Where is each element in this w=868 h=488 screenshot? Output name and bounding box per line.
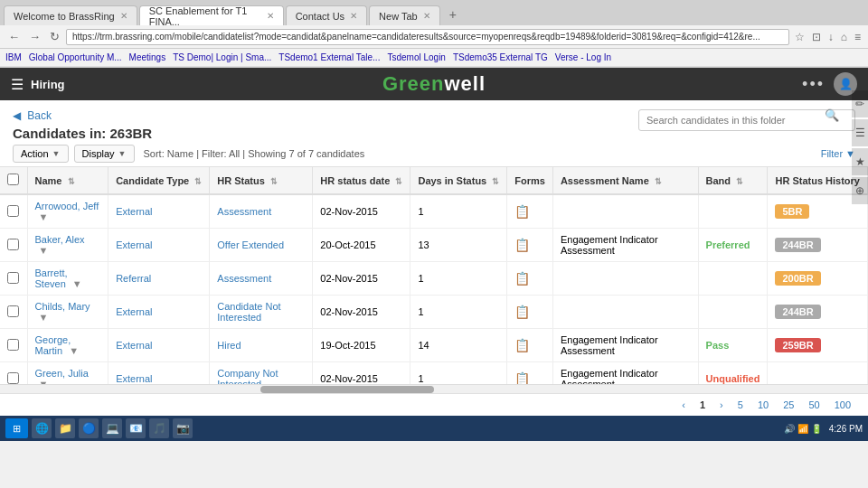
tab-1[interactable]: Welcome to BrassRing ✕ <box>4 5 137 25</box>
nav-more-button[interactable]: ••• <box>802 75 825 94</box>
hr-status-link[interactable]: Hired <box>217 340 241 351</box>
candidate-name-link[interactable]: George, Martin <box>35 334 71 356</box>
row-checkbox-5[interactable] <box>7 372 19 384</box>
display-dropdown[interactable]: Display ▼ <box>74 145 135 163</box>
forms-icon[interactable]: 📋 <box>514 305 530 319</box>
candidate-name-link[interactable]: Arrowood, Jeff <box>35 201 99 211</box>
candidate-name-link[interactable]: Baker, Alex <box>35 234 85 245</box>
bookmark-ibm[interactable]: IBM <box>5 52 22 62</box>
tab-4[interactable]: New Tab ✕ <box>369 5 440 25</box>
row-forms-col[interactable]: 📋 <box>507 194 553 229</box>
hr-status-link[interactable]: Offer Extended <box>217 239 284 250</box>
page-size-100[interactable]: 100 <box>830 398 855 412</box>
row-checkbox-2[interactable] <box>7 272 19 284</box>
col-hr-status[interactable]: HR Status ⇅ <box>210 167 313 194</box>
tab-3-close[interactable]: ✕ <box>350 11 357 21</box>
forms-icon[interactable]: 📋 <box>514 338 530 352</box>
forms-icon[interactable]: 📋 <box>514 371 530 384</box>
row-checkbox-1[interactable] <box>7 239 19 250</box>
candidate-name-link[interactable]: Barrett, Steven <box>35 267 68 289</box>
tab-4-close[interactable]: ✕ <box>423 11 430 21</box>
search-icon[interactable]: 🔍 <box>825 108 839 122</box>
row-checkbox-3[interactable] <box>7 305 19 317</box>
taskbar-app-7[interactable]: 📷 <box>173 418 193 438</box>
hr-status-link[interactable]: Candidate Not Interested <box>217 301 280 323</box>
taskbar-app-1[interactable]: 🌐 <box>32 418 52 438</box>
url-field[interactable]: https://trm.brassring.com/mobile/candida… <box>66 29 789 45</box>
page-size-5[interactable]: 5 <box>733 398 748 412</box>
col-band[interactable]: Band ⇅ <box>698 167 768 194</box>
candidate-dropdown-icon[interactable]: ▼ <box>39 245 49 256</box>
hr-status-link[interactable]: Assessment <box>217 273 271 284</box>
row-checkbox-4[interactable] <box>7 339 19 351</box>
row-forms-col[interactable]: 📋 <box>507 262 553 296</box>
next-page-button[interactable]: › <box>715 398 728 412</box>
scrollbar-thumb[interactable] <box>260 386 434 393</box>
row-history-col: 259BR <box>768 329 868 362</box>
back-nav-button[interactable]: ← <box>5 30 23 43</box>
action-dropdown[interactable]: Action ▼ <box>13 145 69 163</box>
candidate-dropdown-icon[interactable]: ▼ <box>39 312 49 323</box>
taskbar-app-5[interactable]: 📧 <box>126 418 146 438</box>
candidate-name-link[interactable]: Green, Julia <box>35 368 89 379</box>
row-forms-col[interactable]: 📋 <box>507 296 553 329</box>
horizontal-scrollbar[interactable] <box>0 384 868 393</box>
page-size-50[interactable]: 50 <box>804 398 824 412</box>
side-icon-edit[interactable]: ✏ <box>852 90 868 117</box>
start-button[interactable]: ⊞ <box>5 418 28 438</box>
page-size-10[interactable]: 10 <box>753 398 773 412</box>
star-icon[interactable]: ☆ <box>793 31 807 43</box>
side-icon-star[interactable]: ★ <box>852 148 868 175</box>
select-all-checkbox[interactable] <box>7 174 19 185</box>
hr-status-link[interactable]: Assessment <box>217 206 271 217</box>
filter-button[interactable]: Filter ▼ <box>821 148 855 159</box>
taskbar-app-2[interactable]: 📁 <box>55 418 75 438</box>
download-icon[interactable]: ↓ <box>826 31 835 43</box>
col-assessment-name[interactable]: Assessment Name ⇅ <box>552 167 698 194</box>
side-icon-list[interactable]: ☰ <box>852 119 868 146</box>
candidate-name-link[interactable]: Childs, Mary <box>35 301 90 312</box>
hr-status-link[interactable]: Company Not Interested <box>217 368 278 384</box>
bookmark-verse[interactable]: Verse - Log In <box>555 52 611 62</box>
candidate-dropdown-icon[interactable]: ▼ <box>69 345 79 356</box>
search-input[interactable] <box>638 109 855 131</box>
side-icon-person[interactable]: ⊕ <box>852 177 868 204</box>
tab-2-close[interactable]: ✕ <box>267 11 274 21</box>
forms-icon[interactable]: 📋 <box>514 271 530 286</box>
prev-page-button[interactable]: ‹ <box>677 398 690 412</box>
candidate-dropdown-icon[interactable]: ▼ <box>72 278 82 289</box>
col-name[interactable]: Name ⇅ <box>27 167 108 194</box>
bookmark-global[interactable]: Global Opportunity M... <box>29 52 122 62</box>
bookmark-ts35[interactable]: TSdemo35 External TG <box>453 52 548 62</box>
candidate-dropdown-icon[interactable]: ▼ <box>39 211 49 222</box>
hamburger-menu[interactable]: ☰ <box>11 76 24 93</box>
back-link[interactable]: Back <box>27 109 52 122</box>
bookmark-ts-demo[interactable]: TS Demo| Login | Sma... <box>173 52 271 62</box>
bookmark-meetings[interactable]: Meetings <box>129 52 166 62</box>
reload-button[interactable]: ↻ <box>47 30 62 43</box>
col-days-in-status[interactable]: Days in Status ⇅ <box>410 167 507 194</box>
tab-2[interactable]: SC Enablement for T1 FINA... ✕ <box>139 5 284 25</box>
row-checkbox-0[interactable] <box>7 205 19 217</box>
row-forms-col[interactable]: 📋 <box>507 229 553 262</box>
taskbar-app-3[interactable]: 🔵 <box>79 418 99 438</box>
tab-1-close[interactable]: ✕ <box>120 11 127 21</box>
row-forms-col[interactable]: 📋 <box>507 329 553 362</box>
forward-nav-button[interactable]: → <box>26 30 43 43</box>
tab-3[interactable]: Contact Us ✕ <box>286 5 367 25</box>
new-tab-button[interactable]: + <box>442 4 464 25</box>
taskbar-app-6[interactable]: 🎵 <box>149 418 169 438</box>
col-candidate-type[interactable]: Candidate Type ⇅ <box>108 167 210 194</box>
col-hr-status-date[interactable]: HR status date ⇅ <box>313 167 410 194</box>
forms-icon[interactable]: 📋 <box>514 238 530 252</box>
bookmark-icon[interactable]: ⊡ <box>810 31 823 43</box>
bookmark-tsdemol[interactable]: Tsdemol Login <box>387 52 445 62</box>
home-icon[interactable]: ⌂ <box>839 31 849 43</box>
bookmark-ts-demo1[interactable]: TSdemo1 External Tale... <box>278 52 380 62</box>
page-size-25[interactable]: 25 <box>778 398 798 412</box>
forms-icon[interactable]: 📋 <box>514 204 530 219</box>
menu-icon[interactable]: ≡ <box>853 31 863 43</box>
row-forms-col[interactable]: 📋 <box>507 362 553 385</box>
taskbar-app-4[interactable]: 💻 <box>102 418 122 438</box>
page-1[interactable]: 1 <box>695 398 710 412</box>
